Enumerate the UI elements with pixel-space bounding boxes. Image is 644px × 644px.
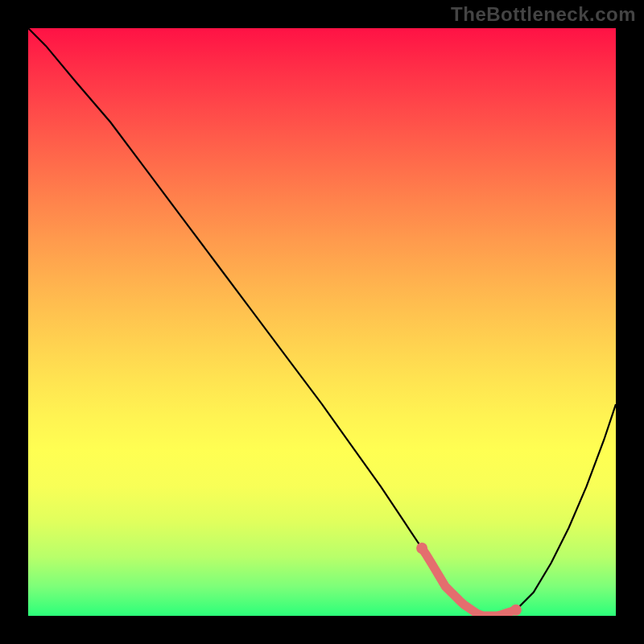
chart-frame: TheBottleneck.com [0,0,644,644]
bottleneck-curve-svg [28,28,616,616]
optimal-range-end-dot [510,605,522,616]
plot-area [28,28,616,616]
optimal-range-highlight [422,548,516,616]
optimal-range-start-dot [416,543,427,554]
watermark-text: TheBottleneck.com [451,3,636,26]
bottleneck-curve-path [28,28,616,616]
